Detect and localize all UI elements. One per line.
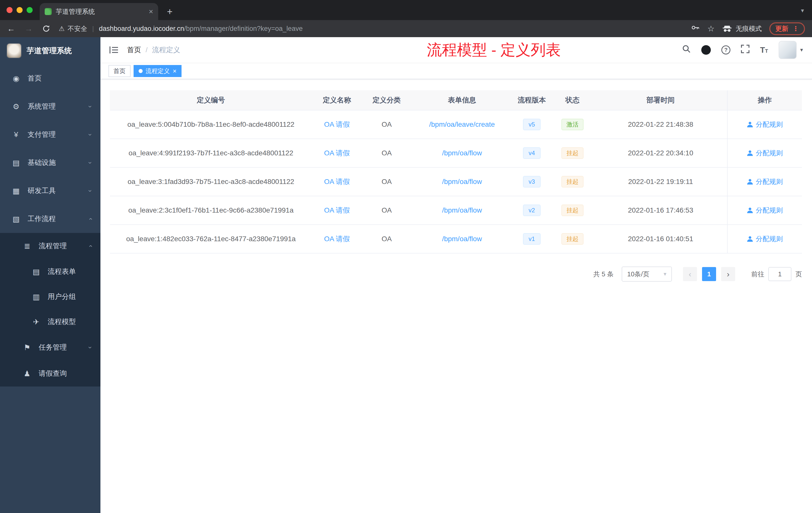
sidebar-item-infrastructure[interactable]: ▤ 基础设施 › xyxy=(0,149,100,177)
page-content: 定义编号 定义名称 定义分类 表单信息 流程版本 状态 部署时间 操作 oa_l… xyxy=(100,79,812,281)
window-minimize-button[interactable] xyxy=(17,7,23,13)
pagination: 共 5 条 10条/页 ▾ ‹ 1 › 前往 页 xyxy=(110,267,802,281)
form-link[interactable]: /bpm/oa/flow xyxy=(442,149,482,157)
workflow-submenu: ≣ 流程管理 › ▤ 流程表单 ▥ 用户分组 ✈ 流程模型 ⚑ 任务管理 › xyxy=(0,233,100,387)
sidebar-item-user-group[interactable]: ▥ 用户分组 xyxy=(0,284,100,309)
definition-name-link[interactable]: OA 请假 xyxy=(324,120,350,129)
update-button[interactable]: 更新 ⋮ xyxy=(769,22,805,35)
status-badge: 挂起 xyxy=(561,205,583,216)
bookmark-star-icon[interactable]: ☆ xyxy=(707,24,715,33)
sidebar-item-process-model[interactable]: ✈ 流程模型 xyxy=(0,309,100,334)
form-link[interactable]: /bpm/oa/flow xyxy=(442,235,482,243)
window-zoom-button[interactable] xyxy=(27,7,33,13)
sidebar-item-process-form[interactable]: ▤ 流程表单 xyxy=(0,259,100,284)
pagination-total: 共 5 条 xyxy=(593,270,614,279)
assign-rule-link[interactable]: 分配规则 xyxy=(747,177,783,186)
tag-process-definition[interactable]: 流程定义 × xyxy=(134,65,181,77)
status-badge: 挂起 xyxy=(561,147,583,159)
definition-name-link[interactable]: OA 请假 xyxy=(324,177,350,186)
sidebar-item-home[interactable]: ◉ 首页 xyxy=(0,64,100,92)
logo-title: 芋道管理系统 xyxy=(27,46,72,56)
next-page-button[interactable]: › xyxy=(721,267,735,281)
app-navbar: 首页 / 流程定义 流程模型 - 定义列表 ? TT ▾ xyxy=(100,37,812,63)
address-bar[interactable]: dashboard.yudao.iocoder.cn/bpm/manager/d… xyxy=(99,25,691,33)
chevron-down-icon: › xyxy=(86,133,94,136)
window-close-button[interactable] xyxy=(6,7,12,13)
reload-button[interactable] xyxy=(42,25,50,33)
assign-rule-link[interactable]: 分配规则 xyxy=(747,234,783,243)
breadcrumb-separator: / xyxy=(146,46,148,54)
sidebar-item-workflow[interactable]: ▧ 工作流程 › xyxy=(0,205,100,233)
toolbar-right: ☆ 无痕模式 更新 ⋮ xyxy=(691,22,805,35)
column-header: 部署时间 xyxy=(594,90,727,110)
security-indicator[interactable]: ⚠ 不安全 xyxy=(59,24,87,33)
pagination-jumper: 前往 页 xyxy=(751,267,802,281)
back-button[interactable]: ← xyxy=(7,25,15,33)
assign-rule-link[interactable]: 分配规则 xyxy=(747,120,783,129)
page-size-select[interactable]: 10条/页 ▾ xyxy=(622,267,672,281)
sidebar-item-dev-tools[interactable]: ▦ 研发工具 › xyxy=(0,177,100,205)
update-label: 更新 xyxy=(775,24,788,33)
sidebar-item-process-management[interactable]: ≣ 流程管理 › xyxy=(0,233,100,259)
user-icon xyxy=(747,121,753,128)
definition-name-link[interactable]: OA 请假 xyxy=(324,234,350,244)
breadcrumb-home[interactable]: 首页 xyxy=(127,45,141,55)
help-icon[interactable]: ? xyxy=(721,46,730,55)
tag-close-icon[interactable]: × xyxy=(173,68,176,74)
key-icon[interactable] xyxy=(691,24,700,34)
form-link[interactable]: /bpm/oa/flow xyxy=(442,178,482,186)
caret-down-icon: ▾ xyxy=(664,271,666,277)
forward-button[interactable]: → xyxy=(25,25,33,33)
tags-view: 首页 流程定义 × xyxy=(100,63,812,79)
active-dot-icon xyxy=(139,69,143,73)
sidebar: 芋道管理系统 ◉ 首页 ⚙ 系统管理 › ¥ 支付管理 › ▤ 基础设施 › ▦… xyxy=(0,37,100,513)
sidebar-item-system-management[interactable]: ⚙ 系统管理 › xyxy=(0,92,100,120)
definition-name-link[interactable]: OA 请假 xyxy=(324,206,350,215)
browser-tab[interactable]: 芋道管理系统 × xyxy=(40,3,158,20)
form-link[interactable]: /bpm/oa/flow xyxy=(442,206,482,214)
tag-home[interactable]: 首页 xyxy=(109,65,130,77)
font-size-icon[interactable]: TT xyxy=(760,46,768,54)
fullscreen-icon[interactable] xyxy=(741,45,750,55)
sidebar-item-task-management[interactable]: ⚑ 任务管理 › xyxy=(0,334,100,360)
deploy-time: 2022-01-22 20:34:10 xyxy=(594,139,727,167)
sidebar-logo[interactable]: 芋道管理系统 xyxy=(0,37,100,64)
definition-id: oa_leave:2:3c1f0ef1-76b1-11ec-9c66-a2380… xyxy=(110,196,312,224)
column-header: 表单信息 xyxy=(411,90,513,110)
goto-suffix: 页 xyxy=(795,270,802,279)
github-icon[interactable] xyxy=(701,45,711,55)
form-link[interactable]: /bpm/oa/leave/create xyxy=(429,120,495,128)
column-header: 操作 xyxy=(727,90,802,110)
search-tabs-icon[interactable]: ▾ xyxy=(801,7,804,14)
definition-name-link[interactable]: OA 请假 xyxy=(324,148,350,158)
new-tab-button[interactable]: + xyxy=(162,4,177,19)
chevron-down-icon: › xyxy=(86,162,94,164)
avatar[interactable] xyxy=(779,41,797,59)
browser-menu-icon[interactable]: ⋮ xyxy=(792,25,799,33)
column-header: 状态 xyxy=(551,90,594,110)
tab-close-icon[interactable]: × xyxy=(149,8,153,15)
goto-page-input[interactable] xyxy=(768,267,791,281)
prev-page-button[interactable]: ‹ xyxy=(683,267,697,281)
hamburger-icon[interactable] xyxy=(110,46,118,54)
sidebar-item-payment-management[interactable]: ¥ 支付管理 › xyxy=(0,120,100,149)
table-row: oa_leave:4:991f2193-7b7f-11ec-a3c8-acde4… xyxy=(110,139,802,168)
user-icon xyxy=(747,207,753,214)
user-icon xyxy=(747,236,753,242)
incognito-indicator: 无痕模式 xyxy=(722,24,762,33)
column-header: 定义分类 xyxy=(362,90,411,110)
assign-rule-link[interactable]: 分配规则 xyxy=(747,206,783,215)
version-tag: v3 xyxy=(523,176,540,187)
assign-rule-link[interactable]: 分配规则 xyxy=(747,149,783,158)
current-page-button[interactable]: 1 xyxy=(702,267,716,281)
logo-avatar xyxy=(6,43,22,58)
search-icon[interactable] xyxy=(682,45,691,55)
incognito-label: 无痕模式 xyxy=(736,24,762,33)
chevron-down-icon: › xyxy=(86,346,94,349)
definition-table: 定义编号 定义名称 定义分类 表单信息 流程版本 状态 部署时间 操作 oa_l… xyxy=(110,90,802,253)
toolbox-icon: ▦ xyxy=(11,186,21,195)
user-menu[interactable]: ▾ xyxy=(779,41,803,59)
sidebar-item-leave-query[interactable]: ♟ 请假查询 xyxy=(0,360,100,387)
breadcrumb: 首页 / 流程定义 xyxy=(127,45,180,55)
not-secure-label: 不安全 xyxy=(67,24,87,33)
